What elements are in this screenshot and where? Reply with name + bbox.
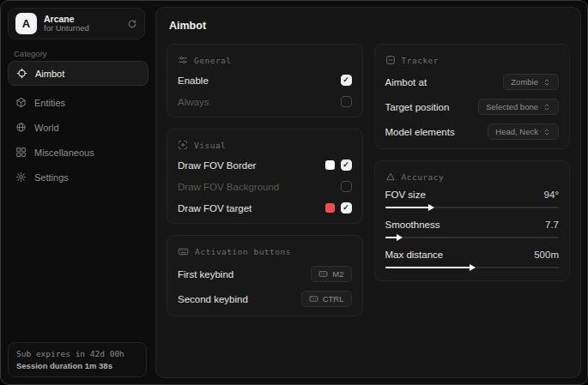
sliders-icon [178, 55, 188, 65]
smoothness-slider[interactable] [385, 233, 560, 242]
aimbot-at-dropdown[interactable]: Zombie [503, 74, 559, 90]
refresh-icon[interactable] [127, 19, 137, 29]
max-distance-slider[interactable] [385, 263, 560, 272]
sidebar-nav: Aimbot Entities World [8, 61, 149, 190]
scan-eye-icon [178, 140, 188, 150]
setting-row-first-keybind: First keybind M2 [178, 266, 352, 282]
fov-size-value: 94° [544, 189, 559, 200]
category-label: Category [14, 49, 47, 58]
section-label-activation: Activation buttons [195, 247, 291, 256]
sidebar-item-label: Miscellaneous [34, 147, 94, 158]
activation-card: Activation buttons First keybind M2 [167, 235, 363, 316]
app-header: A Arcane for Unturned [8, 8, 145, 39]
sidebar-item-aimbot[interactable]: Aimbot [8, 61, 149, 86]
main-panel: Aimbot General Enable [155, 7, 581, 378]
keyboard-icon [178, 246, 189, 257]
model-elements-dropdown[interactable]: Head, Neck [488, 123, 559, 140]
target-position-dropdown[interactable]: Selected bone [478, 99, 559, 115]
keyboard-icon [318, 269, 328, 279]
subscription-status: Sub expires in 42d 00h Session duration … [8, 342, 147, 377]
setting-row-model-elements: Model elements Head, Neck [385, 123, 560, 140]
max-distance-slider-block: Max distance 500m [385, 250, 560, 272]
fov-border-checkbox[interactable] [341, 159, 352, 171]
fov-background-checkbox[interactable] [341, 181, 352, 192]
section-label-tracker: Tracker [402, 56, 439, 65]
session-duration-text: Session duration 1m 38s [16, 361, 138, 370]
slider-thumb[interactable] [397, 234, 403, 241]
chevrons-up-down-icon [543, 128, 551, 136]
scan-minus-icon [385, 55, 396, 65]
fov-size-slider[interactable] [385, 203, 560, 212]
sidebar-item-label: Aimbot [35, 69, 64, 79]
enable-checkbox[interactable] [341, 75, 352, 86]
section-label-accuracy: Accuracy [402, 172, 445, 182]
grid-icon [15, 147, 27, 158]
setting-row-target-position: Target position Selected bone [385, 99, 560, 115]
fov-size-slider-block: FOV size 94° [385, 189, 560, 212]
page-title: Aimbot [169, 20, 570, 32]
keyboard-icon [309, 294, 318, 304]
second-keybind-button[interactable]: CTRL [301, 291, 352, 307]
always-checkbox[interactable] [341, 96, 352, 107]
visual-card: Visual Draw FOV Border Draw FOV Backgrou… [167, 129, 363, 224]
sidebar-item-settings[interactable]: Settings [8, 165, 149, 189]
sidebar-item-miscellaneous[interactable]: Miscellaneous [8, 141, 149, 164]
smoothness-value: 7.7 [545, 220, 559, 230]
general-card: General Enable Always [167, 44, 363, 117]
sidebar-item-label: Entities [34, 98, 65, 108]
app-logo: A [15, 13, 37, 34]
sidebar: A Arcane for Unturned Category Aimbot [1, 1, 155, 384]
left-column: General Enable Always [167, 44, 363, 316]
sidebar-item-label: World [34, 123, 59, 133]
app-subtitle: for Unturned [44, 24, 120, 33]
fov-target-color-swatch[interactable] [325, 203, 335, 213]
first-keybind-button[interactable]: M2 [311, 266, 351, 282]
setting-row-aimbot-at: Aimbot at Zombie [385, 74, 560, 90]
setting-row-second-keybind: Second keybind CTRL [178, 291, 352, 307]
chevrons-up-down-icon [543, 103, 551, 111]
setting-row-enable: Enable [178, 74, 352, 87]
app-window: A Arcane for Unturned Category Aimbot [0, 0, 588, 385]
slider-thumb[interactable] [428, 204, 434, 211]
globe-icon [15, 122, 27, 133]
triangle-icon [385, 171, 396, 182]
setting-row-fov-border: Draw FOV Border [178, 159, 352, 171]
fov-target-checkbox[interactable] [341, 202, 352, 214]
slider-thumb[interactable] [470, 264, 476, 271]
setting-row-fov-background: Draw FOV Background [178, 180, 352, 193]
sidebar-item-label: Settings [34, 172, 69, 183]
sidebar-item-world[interactable]: World [8, 116, 149, 139]
cube-icon [15, 97, 27, 108]
section-label-general: General [194, 56, 232, 65]
smoothness-slider-block: Smoothness 7.7 [385, 220, 560, 242]
gear-icon [15, 171, 27, 183]
accuracy-card: Accuracy FOV size 94° [374, 160, 571, 281]
crosshair-icon [16, 68, 27, 79]
sub-expiry-text: Sub expires in 42d 00h [16, 349, 138, 358]
max-distance-value: 500m [534, 250, 559, 260]
sidebar-item-entities[interactable]: Entities [8, 91, 149, 114]
setting-row-always: Always [178, 95, 352, 108]
section-label-visual: Visual [194, 141, 226, 150]
right-column: Tracker Aimbot at Zombie [374, 44, 571, 281]
chevrons-up-down-icon [543, 78, 551, 87]
fov-border-color-swatch[interactable] [325, 160, 335, 170]
setting-row-fov-target: Draw FOV target [178, 202, 352, 214]
tracker-card: Tracker Aimbot at Zombie [374, 44, 571, 149]
